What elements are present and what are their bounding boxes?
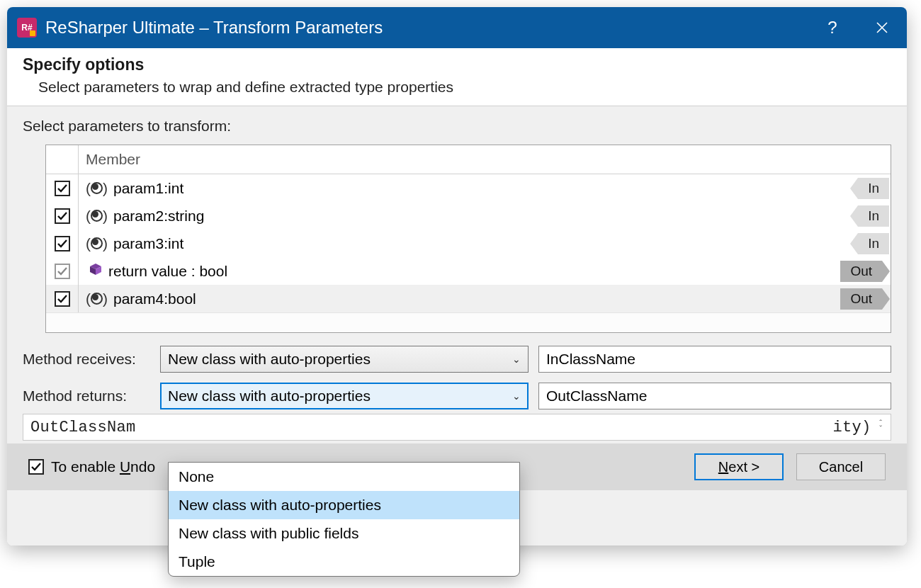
member-label: param4:bool [113, 290, 196, 307]
member-label: param1:int [113, 180, 183, 197]
page-title: Specify options [23, 55, 891, 74]
table-row[interactable]: ()param2:stringIn [46, 202, 891, 230]
window-title: ReSharper Ultimate – Transform Parameter… [45, 18, 383, 38]
table-row[interactable]: ()param3:intIn [46, 230, 891, 257]
row-checkbox[interactable] [55, 291, 70, 307]
method-returns-dropdown[interactable]: NoneNew class with auto-propertiesNew cl… [168, 462, 520, 577]
row-checkbox[interactable] [55, 208, 70, 224]
col-direction-header [834, 145, 891, 174]
row-checkbox[interactable] [55, 236, 70, 251]
signature-preview[interactable]: OutClassNam ity) ˆˇ [23, 414, 891, 441]
grid-header: Member [46, 145, 891, 174]
dropdown-option[interactable]: None [169, 463, 519, 491]
method-receives-value: New class with auto-properties [168, 351, 371, 368]
chevron-down-icon: ⌄ [512, 390, 521, 402]
direction-tag: Out [840, 261, 882, 282]
chevron-down-icon: ⌄ [512, 354, 521, 365]
help-button[interactable]: ? [808, 7, 857, 48]
row-checkbox[interactable] [55, 181, 70, 196]
titlebar: ReSharper Ultimate – Transform Parameter… [7, 7, 907, 48]
dropdown-option[interactable]: New class with auto-properties [169, 491, 519, 519]
grid-footer-spacer [46, 312, 891, 332]
parameter-icon: () [86, 235, 108, 252]
receives-class-name-input[interactable] [538, 346, 891, 373]
enable-undo-checkbox[interactable] [28, 459, 44, 475]
spinner-arrows-icon[interactable]: ˆˇ [878, 422, 883, 433]
page-subtitle: Select parameters to wrap and define ext… [23, 79, 891, 96]
method-returns-value: New class with auto-properties [168, 388, 371, 405]
dropdown-option[interactable]: Tuple [169, 548, 519, 576]
member-label: param3:int [113, 235, 183, 252]
direction-tag: In [858, 178, 889, 199]
method-returns-row: Method returns: New class with auto-prop… [23, 383, 891, 409]
method-receives-combo[interactable]: New class with auto-properties ⌄ [160, 346, 529, 373]
direction-tag: In [858, 205, 889, 227]
next-button[interactable]: Next > [694, 453, 784, 480]
method-receives-label: Method receives: [23, 351, 150, 368]
direction-tag: Out [840, 288, 882, 310]
method-returns-combo[interactable]: New class with auto-properties ⌄ [160, 383, 529, 409]
row-checkbox [55, 264, 70, 279]
section-label: Select parameters to transform: [23, 118, 891, 135]
returns-class-name-input[interactable] [538, 383, 891, 409]
method-receives-row: Method receives: New class with auto-pro… [23, 346, 891, 373]
signature-preview-right: ity) [832, 419, 871, 436]
parameter-icon: () [86, 290, 108, 307]
method-returns-label: Method returns: [23, 388, 150, 405]
col-check-header [46, 145, 79, 174]
resharper-icon [17, 18, 37, 38]
table-row[interactable]: ()param4:boolOut [46, 285, 891, 312]
close-button[interactable] [857, 7, 907, 48]
return-cube-icon [89, 262, 103, 280]
enable-undo-label: To enable Undo [51, 458, 155, 475]
direction-tag: In [858, 233, 889, 254]
parameter-icon: () [86, 180, 108, 197]
col-member-header: Member [79, 145, 834, 174]
table-row[interactable]: ()param1:intIn [46, 174, 891, 202]
table-row[interactable]: return value : boolOut [46, 257, 891, 285]
parameters-grid: Member ()param1:intIn()param2:stringIn()… [45, 145, 891, 333]
parameter-icon: () [86, 208, 108, 225]
dropdown-option[interactable]: New class with public fields [169, 519, 519, 548]
close-icon [876, 21, 888, 34]
header-area: Specify options Select parameters to wra… [7, 48, 907, 106]
member-label: return value : bool [108, 263, 227, 280]
signature-preview-left: OutClassNam [30, 419, 136, 436]
cancel-button[interactable]: Cancel [796, 453, 886, 480]
member-label: param2:string [113, 208, 204, 225]
